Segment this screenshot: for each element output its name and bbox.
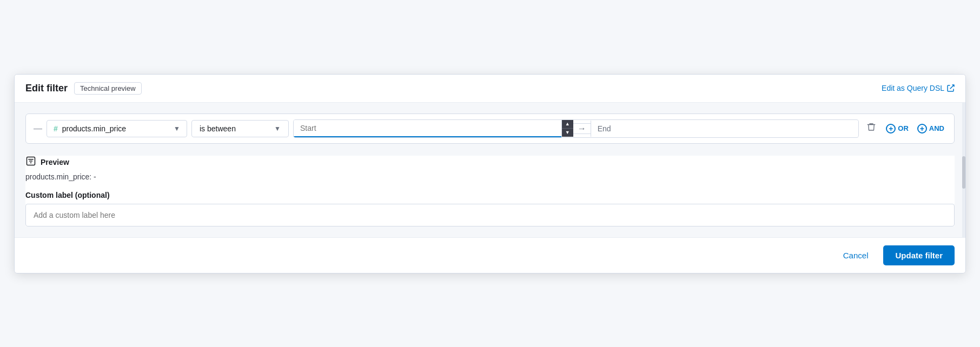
trash-icon <box>866 122 876 132</box>
external-link-icon <box>947 84 955 92</box>
drag-handle-icon[interactable]: ― <box>34 124 42 134</box>
edit-filter-modal: Edit filter Technical preview Edit as Qu… <box>14 74 966 273</box>
operator-select[interactable]: is between ▼ <box>191 120 289 137</box>
custom-label-input[interactable] <box>25 204 955 226</box>
modal-body-wrapper: ― # products.min_price ▼ is between ▼ ▲ <box>15 103 965 237</box>
spinner-up-button[interactable]: ▲ <box>562 120 573 129</box>
update-filter-button[interactable]: Update filter <box>883 245 955 265</box>
range-start-wrapper <box>294 120 561 137</box>
edit-as-query-dsl-link[interactable]: Edit as Query DSL <box>882 84 955 92</box>
field-select[interactable]: # products.min_price ▼ <box>47 120 187 137</box>
or-label: OR <box>898 124 909 132</box>
modal-header: Edit filter Technical preview Edit as Qu… <box>15 75 965 103</box>
custom-label-section: Custom label (optional) <box>25 191 955 226</box>
modal-body: ― # products.min_price ▼ is between ▼ ▲ <box>15 103 965 237</box>
add-or-icon: + <box>886 124 896 134</box>
and-label: AND <box>929 124 944 132</box>
preview-section: Preview products.min_price: - Custom lab… <box>25 156 955 226</box>
technical-preview-badge: Technical preview <box>74 82 142 95</box>
field-name-label: products.min_price <box>62 124 169 133</box>
operator-label: is between <box>200 124 236 133</box>
filter-preview-icon <box>25 156 36 166</box>
custom-label-title: Custom label (optional) <box>25 191 955 199</box>
spinner-buttons: ▲ ▼ <box>561 120 573 137</box>
preview-title-row: Preview <box>25 156 955 169</box>
scrollbar-track <box>962 103 965 237</box>
modal-title: Edit filter <box>25 83 68 94</box>
header-left: Edit filter Technical preview <box>25 82 142 95</box>
preview-icon <box>25 156 36 169</box>
field-chevron-icon: ▼ <box>174 125 180 132</box>
preview-title: Preview <box>41 158 69 166</box>
add-and-button[interactable]: + AND <box>915 122 946 136</box>
scrollbar-thumb <box>962 156 965 189</box>
spinner-down-button[interactable]: ▼ <box>562 129 573 137</box>
range-end-placeholder[interactable]: End <box>591 121 859 137</box>
filter-row: ― # products.min_price ▼ is between ▼ ▲ <box>25 114 955 144</box>
range-inputs: ▲ ▼ → End <box>293 119 859 138</box>
start-input[interactable] <box>300 124 555 132</box>
modal-footer: Cancel Update filter <box>15 237 965 273</box>
field-type-icon: # <box>54 124 58 133</box>
operator-chevron-icon: ▼ <box>274 125 281 132</box>
preview-text: products.min_price: - <box>25 172 955 181</box>
arrow-separator: → <box>573 123 591 134</box>
add-and-icon: + <box>917 124 927 134</box>
delete-filter-button[interactable] <box>863 120 879 137</box>
add-or-button[interactable]: + OR <box>884 122 911 136</box>
cancel-button[interactable]: Cancel <box>835 246 877 264</box>
